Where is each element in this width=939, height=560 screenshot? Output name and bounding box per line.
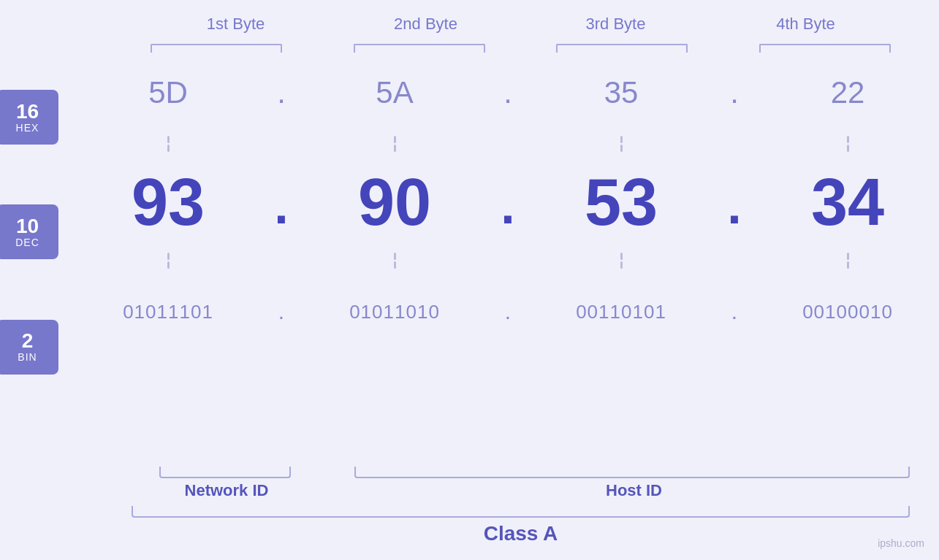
id-labels-row: Network ID Host ID (132, 481, 910, 500)
bottom-section: Network ID Host ID (29, 467, 910, 500)
bin-dot-char-1: . (278, 299, 284, 324)
top-bracket-line-3 (556, 44, 688, 53)
bin-cell-2: 01011010 (300, 301, 490, 323)
eq2-cell-1 (73, 253, 263, 269)
dec-value-1: 93 (132, 165, 205, 240)
class-bracket-wrap (132, 506, 910, 518)
hex-row: 5D . 5A . 35 . 22 (73, 60, 939, 126)
hex-dot-char-2: . (503, 75, 512, 110)
dec-row: 93 . 90 . 53 . 34 (73, 162, 939, 242)
id-brackets-row (132, 467, 910, 478)
dec-base-number: 10 (16, 216, 39, 237)
eq-bars-3 (620, 136, 623, 152)
class-label-row: Class A (132, 522, 910, 545)
host-id-bracket-wrap (354, 467, 910, 478)
byte-header-3: 3rd Byte (521, 15, 711, 34)
byte-header-4: 4th Byte (711, 15, 901, 34)
base-labels: 16 HEX 10 DEC 2 BIN (0, 60, 73, 463)
hex-base-number: 16 (16, 101, 39, 122)
network-id-bracket-wrap (132, 467, 319, 478)
hex-cell-3: 35 (526, 75, 716, 110)
hex-value-3: 35 (604, 75, 639, 110)
dec-base-badge: 10 DEC (0, 204, 58, 259)
dec-dot-char-2: . (501, 177, 514, 235)
equals-row-1 (73, 126, 939, 162)
top-brackets-row (29, 39, 910, 53)
dec-dot-1: . (263, 169, 300, 235)
eq2-cell-3 (526, 253, 716, 269)
top-bracket-line-4 (759, 44, 891, 53)
hex-value-2: 5A (376, 75, 413, 110)
top-bracket-2 (334, 39, 504, 53)
hex-dot-char-1: . (277, 75, 286, 110)
hex-base-badge: 16 HEX (0, 90, 58, 145)
eq2-cell-2 (300, 253, 490, 269)
class-section: Class A (29, 506, 910, 545)
bin-dot-2: . (490, 299, 526, 324)
bin-value-2: 01011010 (349, 301, 440, 323)
bin-cell-4: 00100010 (753, 301, 939, 323)
values-grid: 5D . 5A . 35 . 22 (73, 60, 939, 463)
bin-cell-3: 00110101 (526, 301, 716, 323)
hex-dot-1: . (263, 75, 300, 110)
bin-value-3: 00110101 (576, 301, 666, 323)
hex-value-4: 22 (831, 75, 865, 110)
main-container: 1st Byte 2nd Byte 3rd Byte 4th Byte 16 H… (0, 0, 939, 560)
dec-dot-2: . (490, 169, 526, 235)
bin-base-text: BIN (18, 351, 37, 363)
eq-bars-1 (167, 136, 170, 152)
byte-headers-row: 1st Byte 2nd Byte 3rd Byte 4th Byte (29, 15, 910, 34)
host-id-label: Host ID (358, 481, 910, 500)
eq2-bars-2 (394, 253, 396, 269)
byte-header-1: 1st Byte (141, 15, 331, 34)
eq-cell-3 (526, 136, 716, 152)
dec-cell-4: 34 (753, 165, 939, 240)
hex-cell-4: 22 (753, 75, 939, 110)
dec-value-3: 53 (585, 165, 658, 240)
top-bracket-line-1 (151, 44, 282, 53)
eq-cell-1 (73, 136, 263, 152)
dec-dot-char-3: . (727, 177, 741, 235)
bin-value-4: 00100010 (802, 301, 893, 323)
hex-cell-2: 5A (300, 75, 490, 110)
top-bracket-1 (132, 39, 302, 53)
eq-cell-2 (300, 136, 490, 152)
hex-cell-1: 5D (73, 75, 263, 110)
bin-dot-char-3: . (731, 299, 737, 324)
hex-base-text: HEX (16, 122, 39, 134)
eq-cell-4 (753, 136, 939, 152)
top-bracket-line-2 (354, 44, 485, 53)
watermark: ipshu.com (878, 537, 924, 549)
eq2-bars-4 (847, 253, 849, 269)
host-id-bracket-line (354, 467, 910, 478)
top-bracket-3 (537, 39, 707, 53)
dec-cell-1: 93 (73, 165, 263, 240)
dec-cell-3: 53 (526, 165, 716, 240)
eq-bars-4 (847, 136, 849, 152)
eq2-bars-1 (167, 253, 170, 269)
dec-dot-char-1: . (274, 177, 288, 235)
dec-base-text: DEC (15, 237, 39, 248)
bin-base-badge: 2 BIN (0, 320, 58, 375)
bin-value-1: 01011101 (123, 301, 213, 323)
bin-row: 01011101 . 01011010 . 00110101 . (73, 279, 939, 345)
dec-cell-2: 90 (300, 165, 490, 240)
dec-value-4: 34 (811, 165, 884, 240)
network-id-label: Network ID (132, 481, 322, 500)
eq-bars-2 (394, 136, 396, 152)
class-bracket-line (132, 506, 910, 518)
bin-dot-3: . (716, 299, 753, 324)
dec-dot-3: . (716, 169, 753, 235)
eq2-cell-4 (753, 253, 939, 269)
dec-value-2: 90 (358, 165, 431, 240)
hex-value-1: 5D (148, 75, 188, 110)
bin-cell-1: 01011101 (73, 301, 263, 323)
bin-dot-1: . (263, 299, 300, 324)
equals-row-2 (73, 242, 939, 279)
bin-dot-char-2: . (505, 299, 511, 324)
bin-base-number: 2 (22, 331, 34, 351)
hex-dot-2: . (490, 75, 526, 110)
network-id-bracket-line (159, 467, 291, 478)
byte-header-2: 2nd Byte (331, 15, 521, 34)
eq2-bars-3 (620, 253, 623, 269)
